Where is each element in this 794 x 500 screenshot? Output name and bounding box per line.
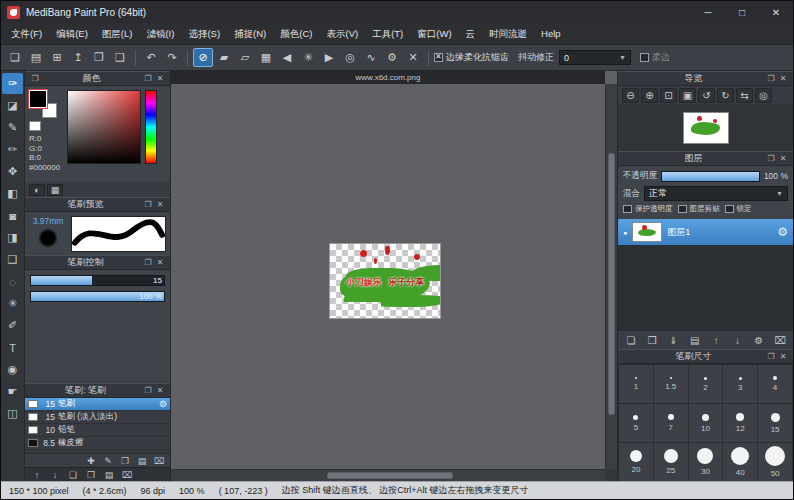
new-file-icon[interactable]: ❏ bbox=[5, 48, 25, 67]
brush-list-item[interactable]: 15 笔刷 (淡入淡出) bbox=[25, 411, 170, 424]
duplicate-brush-icon[interactable]: ❐ bbox=[118, 455, 132, 467]
close-button[interactable]: ✕ bbox=[759, 1, 793, 23]
blend-mode-dropdown[interactable]: 正常 ▼ bbox=[644, 186, 788, 201]
close-icon[interactable]: ✕ bbox=[154, 74, 166, 83]
undo-icon[interactable]: ↶ bbox=[141, 48, 161, 67]
gear-icon[interactable]: ⚙ bbox=[159, 399, 167, 409]
brush-size-option[interactable]: 10 bbox=[689, 404, 723, 442]
text-tool[interactable]: T bbox=[2, 337, 23, 358]
brush-size-option[interactable]: 2 bbox=[689, 365, 723, 403]
actual-pixels-icon[interactable]: ▣ bbox=[679, 88, 696, 103]
layer-settings-icon[interactable]: ⚙ bbox=[750, 332, 768, 348]
brush-size-option[interactable]: 5 bbox=[619, 404, 653, 442]
brush-size-option[interactable]: 3 bbox=[723, 365, 757, 403]
close-icon[interactable]: ✕ bbox=[154, 258, 166, 267]
brush-size-option[interactable]: 25 bbox=[654, 443, 688, 481]
open-file-icon[interactable]: ▤ bbox=[26, 48, 46, 67]
snap-delete-icon[interactable]: ✕ bbox=[403, 48, 423, 67]
color-wheel-tab[interactable]: ◐ bbox=[29, 184, 45, 196]
snap-crisscross-icon[interactable]: ▱ bbox=[235, 48, 255, 67]
dock-pages-icon[interactable]: ❐ bbox=[85, 469, 97, 481]
popout-icon[interactable]: ❐ bbox=[765, 74, 777, 83]
foreground-color-swatch[interactable] bbox=[29, 90, 47, 108]
merge-down-icon[interactable]: ⇓ bbox=[665, 332, 683, 348]
close-icon[interactable]: ✕ bbox=[154, 200, 166, 209]
snap-curve-icon[interactable]: ∿ bbox=[361, 48, 381, 67]
magic-wand-tool[interactable]: ✳ bbox=[2, 293, 23, 314]
select-pen-tool[interactable]: ✐ bbox=[2, 315, 23, 336]
rotate-right-icon[interactable]: ↻ bbox=[717, 88, 734, 103]
transparent-color-swatch[interactable] bbox=[29, 121, 41, 131]
snap-next-icon[interactable]: ▶ bbox=[319, 48, 339, 67]
move-layer-down-icon[interactable]: ↓ bbox=[728, 332, 746, 348]
copy-icon[interactable]: ❒ bbox=[89, 48, 109, 67]
brush-size-option[interactable]: 20 bbox=[619, 443, 653, 481]
gradient-tool[interactable]: ◨ bbox=[2, 227, 23, 248]
delete-brush-icon[interactable]: ⌧ bbox=[152, 455, 166, 467]
snap-parallel-icon[interactable]: ▰ bbox=[214, 48, 234, 67]
maximize-button[interactable]: □ bbox=[725, 1, 759, 23]
popout-icon[interactable]: ❐ bbox=[142, 386, 154, 395]
palette-tab[interactable]: ▦ bbox=[47, 184, 63, 196]
menu-edit[interactable]: 编辑(E) bbox=[49, 23, 95, 44]
menu-tools[interactable]: 工具(T) bbox=[365, 23, 410, 44]
move-tool[interactable]: ✥ bbox=[2, 161, 23, 182]
brush-list-item[interactable]: 8.5 橡皮擦 bbox=[25, 437, 170, 450]
brush-size-option[interactable]: 40 bbox=[723, 443, 757, 481]
snap-circle-icon[interactable]: ◎ bbox=[340, 48, 360, 67]
divide-tool[interactable]: ◫ bbox=[2, 403, 23, 424]
snap-prev-icon[interactable]: ◀ bbox=[277, 48, 297, 67]
menu-layer[interactable]: 图层(L) bbox=[95, 23, 140, 44]
menu-view[interactable]: 表示(V) bbox=[319, 23, 365, 44]
select-tool[interactable]: ❑ bbox=[2, 249, 23, 270]
zoom-in-icon[interactable]: ⊕ bbox=[641, 88, 658, 103]
layer-settings-gear-icon[interactable]: ⚙ bbox=[777, 225, 788, 239]
navigator-thumbnail[interactable] bbox=[683, 112, 729, 144]
snap-radial-icon[interactable]: ✳ bbox=[298, 48, 318, 67]
vertical-scroll-thumb[interactable] bbox=[608, 153, 615, 415]
dock-folder-icon[interactable]: ▤ bbox=[103, 469, 115, 481]
close-icon[interactable]: ✕ bbox=[777, 154, 789, 163]
paste-icon[interactable]: ❑ bbox=[110, 48, 130, 67]
popout-icon[interactable]: ❐ bbox=[142, 258, 154, 267]
dock-scroll-up-icon[interactable]: ↑ bbox=[31, 469, 43, 481]
delete-layer-icon[interactable]: ⌧ bbox=[771, 332, 789, 348]
brush-size-option[interactable]: 30 bbox=[689, 443, 723, 481]
brush-opacity-slider[interactable]: 100 % bbox=[30, 291, 165, 302]
soft-edge-checkbox[interactable] bbox=[640, 53, 649, 62]
save-file-icon[interactable]: ⊞ bbox=[47, 48, 67, 67]
duplicate-layer-icon[interactable]: ❐ bbox=[643, 332, 661, 348]
brush-folder-icon[interactable]: ▤ bbox=[135, 455, 149, 467]
popout-icon[interactable]: ❐ bbox=[142, 74, 154, 83]
menu-select[interactable]: 选择(S) bbox=[181, 23, 227, 44]
hue-slider[interactable] bbox=[145, 90, 157, 164]
snap-vanishing-icon[interactable]: ▦ bbox=[256, 48, 276, 67]
layer-visibility-icon[interactable]: ● bbox=[623, 229, 627, 236]
rotate-left-icon[interactable]: ↺ bbox=[698, 88, 715, 103]
dock-new-page-icon[interactable]: ❏ bbox=[67, 469, 79, 481]
menu-snap[interactable]: 捕捉(N) bbox=[227, 23, 273, 44]
brush-size-slider[interactable]: 15 bbox=[30, 275, 165, 286]
stabilizer-dropdown[interactable]: 0 ▼ bbox=[559, 50, 631, 65]
brush-size-option[interactable]: 50 bbox=[758, 443, 792, 481]
close-icon[interactable]: ✕ bbox=[777, 352, 789, 361]
brush-list-item[interactable]: 10 铅笔 bbox=[25, 424, 170, 437]
snap-off-icon[interactable]: ⊘ bbox=[193, 48, 213, 67]
document-tab[interactable]: www.x6d.com.png bbox=[171, 71, 605, 84]
menu-help[interactable]: Help bbox=[534, 23, 568, 44]
saturation-value-picker[interactable] bbox=[67, 90, 141, 164]
popout-icon[interactable]: ❐ bbox=[29, 74, 41, 83]
menu-timelapse[interactable]: 时间流逝 bbox=[482, 23, 534, 44]
fill-tool[interactable]: ◧ bbox=[2, 183, 23, 204]
redo-icon[interactable]: ↷ bbox=[162, 48, 182, 67]
close-icon[interactable]: ✕ bbox=[154, 386, 166, 395]
menu-filter[interactable]: 滤镜(I) bbox=[139, 23, 181, 44]
clipping-checkbox[interactable] bbox=[678, 205, 687, 213]
hand-tool[interactable]: ☛ bbox=[2, 381, 23, 402]
menu-color[interactable]: 颜色(C) bbox=[273, 23, 319, 44]
zoom-out-icon[interactable]: ⊖ bbox=[622, 88, 639, 103]
minimize-button[interactable]: ─ bbox=[691, 1, 725, 23]
brush-size-option[interactable]: 12 bbox=[723, 404, 757, 442]
menu-file[interactable]: 文件(F) bbox=[4, 23, 49, 44]
brush-size-option[interactable]: 7 bbox=[654, 404, 688, 442]
